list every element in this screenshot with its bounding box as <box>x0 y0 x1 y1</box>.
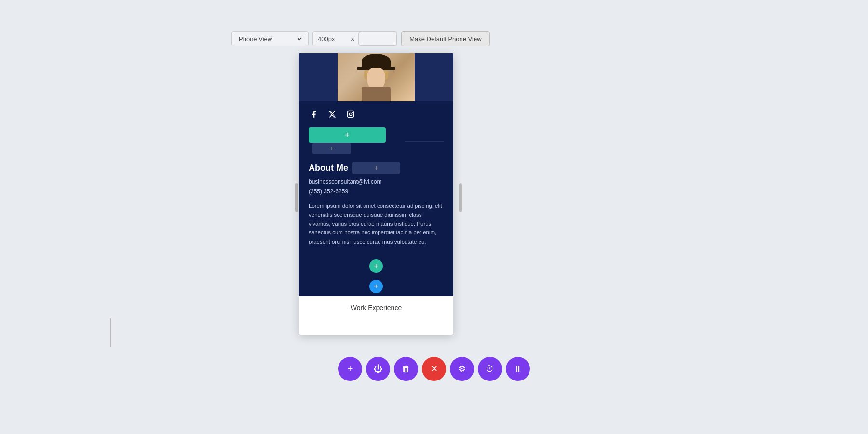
width-input-group: × <box>312 31 397 46</box>
extra-width-input[interactable] <box>358 32 397 46</box>
top-toolbar: Phone View × Make Default Phone View <box>231 31 490 46</box>
pause-button[interactable]: ⏸ <box>506 357 530 381</box>
add-content-button[interactable]: + <box>369 259 383 273</box>
bio-text: Lorem ipsum dolor sit amet consectetur a… <box>309 202 444 246</box>
close-button[interactable]: ✕ <box>422 357 446 381</box>
clear-width-button[interactable]: × <box>347 32 358 46</box>
about-inline-add[interactable]: + <box>352 162 400 174</box>
about-title: About Me <box>309 163 348 173</box>
horizontal-divider <box>405 142 444 142</box>
bottom-floating-toolbar: + ⏻ 🗑 ✕ ⚙ ⏱ ⏸ <box>338 357 530 381</box>
settings-button[interactable]: ⚙ <box>450 357 474 381</box>
left-resize-handle[interactable] <box>295 183 298 212</box>
twitter-x-icon[interactable] <box>327 109 338 120</box>
green-add-button[interactable]: + <box>309 127 386 143</box>
add-content-area: + <box>299 256 453 277</box>
profile-image-area <box>299 53 453 101</box>
phone-preview: + + About Me + businessconsultant@ivi.co… <box>299 53 453 335</box>
history-button[interactable]: ⏱ <box>478 357 502 381</box>
power-icon: ⏻ <box>374 364 382 374</box>
svg-rect-0 <box>347 111 353 117</box>
body-shape <box>362 87 391 101</box>
social-bar <box>299 101 453 127</box>
right-resize-handle[interactable] <box>459 183 462 212</box>
green-plus-icon: + <box>345 130 350 140</box>
inline-plus-icon-right: + <box>330 145 334 152</box>
left-divider <box>110 318 111 347</box>
contact-phone: (255) 352-6259 <box>309 188 444 195</box>
svg-point-2 <box>352 112 353 113</box>
delete-button[interactable]: 🗑 <box>394 357 418 381</box>
add-section-button[interactable]: + <box>369 280 383 293</box>
power-button[interactable]: ⏻ <box>366 357 390 381</box>
clock-icon: ⏱ <box>486 364 494 374</box>
contact-email: businessconsultant@ivi.com <box>309 178 444 185</box>
inline-add-bar-right[interactable]: + <box>312 143 351 154</box>
pause-icon: ⏸ <box>514 364 522 374</box>
close-icon: ✕ <box>431 364 438 374</box>
view-select-dropdown[interactable]: Phone View <box>231 31 309 46</box>
width-input[interactable] <box>313 32 347 45</box>
about-section: About Me + businessconsultant@ivi.com (2… <box>299 156 453 256</box>
make-default-button[interactable]: Make Default Phone View <box>401 31 489 46</box>
svg-point-1 <box>349 113 352 115</box>
person-silhouette <box>338 53 415 101</box>
add-section-bar: + + <box>299 127 453 156</box>
add-element-button[interactable]: + <box>338 357 362 381</box>
view-type-select[interactable]: Phone View <box>237 35 303 43</box>
instagram-icon[interactable] <box>345 109 356 120</box>
work-experience-label: Work Experience <box>309 302 444 312</box>
about-header: About Me + <box>309 162 444 174</box>
facebook-icon[interactable] <box>309 109 319 120</box>
trash-icon: 🗑 <box>402 364 410 374</box>
section-divider: + <box>299 277 453 296</box>
profile-photo <box>338 53 415 101</box>
settings-icon: ⚙ <box>458 364 466 374</box>
white-section: Work Experience <box>299 296 453 335</box>
about-plus-icon: + <box>374 164 378 172</box>
